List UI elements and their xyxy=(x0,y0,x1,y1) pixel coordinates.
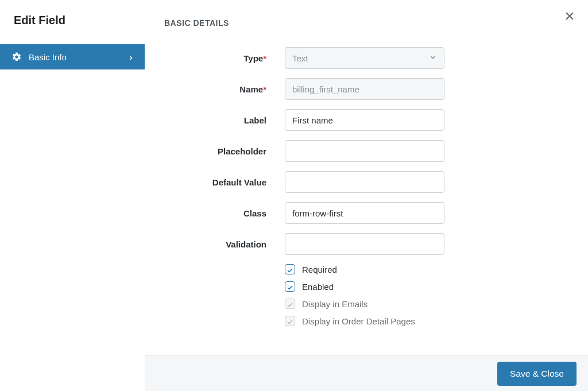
close-icon xyxy=(564,14,575,24)
check-icon xyxy=(287,283,293,290)
chevron-right-icon xyxy=(127,53,134,60)
enabled-checkbox[interactable] xyxy=(285,281,295,292)
display-emails-checkbox[interactable] xyxy=(285,299,295,309)
label-class: Class xyxy=(145,208,285,218)
required-label: Required xyxy=(302,265,337,274)
placeholder-field[interactable] xyxy=(285,140,444,162)
display-order-pages-checkbox[interactable] xyxy=(285,316,295,326)
validation-field[interactable] xyxy=(285,233,444,255)
label-field[interactable] xyxy=(285,109,444,131)
label-validation: Validation xyxy=(145,239,285,249)
sidebar-item-label: Basic Info xyxy=(29,52,121,62)
label-name: Name* xyxy=(145,84,285,94)
chevron-down-icon xyxy=(429,53,437,63)
sidebar-item-basic-info[interactable]: Basic Info xyxy=(0,44,145,69)
label-default-value: Default Value xyxy=(145,177,285,187)
enabled-label: Enabled xyxy=(302,282,334,292)
save-close-button[interactable]: Save & Close xyxy=(497,362,577,386)
check-icon xyxy=(287,300,293,307)
label-type: Type* xyxy=(145,53,285,63)
required-checkbox[interactable] xyxy=(285,264,295,274)
sidebar: Edit Field Basic Info xyxy=(0,0,145,391)
type-select-value: Text xyxy=(292,53,308,63)
main-panel: BASIC DETAILS Type* Text Name* xyxy=(145,0,588,391)
footer: Save & Close xyxy=(145,355,588,391)
display-order-pages-label: Display in Order Detail Pages xyxy=(302,316,415,326)
form-area: Type* Text Name* Label xyxy=(145,28,588,333)
page-title: Edit Field xyxy=(0,0,145,44)
section-heading: BASIC DETAILS xyxy=(145,0,588,28)
type-select[interactable]: Text xyxy=(285,47,444,69)
label-placeholder: Placeholder xyxy=(145,146,285,156)
label-label: Label xyxy=(145,115,285,125)
close-button[interactable] xyxy=(564,10,575,24)
default-value-field[interactable] xyxy=(285,171,444,193)
name-field xyxy=(285,78,444,100)
check-icon xyxy=(287,318,293,324)
check-icon xyxy=(287,266,293,273)
class-field[interactable] xyxy=(285,202,444,224)
gear-icon xyxy=(11,52,22,62)
display-emails-label: Display in Emails xyxy=(302,299,368,309)
